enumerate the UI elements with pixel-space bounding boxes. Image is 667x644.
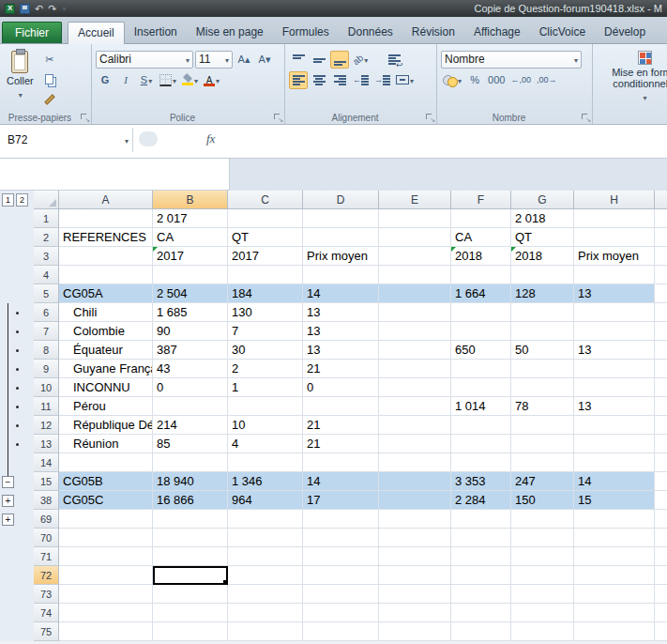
- cell-D14[interactable]: [303, 453, 379, 472]
- cell-G6[interactable]: [511, 303, 574, 322]
- cell-C38[interactable]: 964: [228, 491, 303, 510]
- cell-G14[interactable]: [511, 453, 574, 472]
- cell-D10[interactable]: 0: [303, 378, 379, 397]
- cell-A73[interactable]: [59, 585, 153, 604]
- cell-E5[interactable]: [379, 284, 451, 303]
- cell-B72[interactable]: [153, 566, 228, 585]
- cell-H12[interactable]: [574, 416, 655, 435]
- cell-C15[interactable]: 1 346: [228, 472, 303, 491]
- row-header-1[interactable]: 1: [34, 209, 59, 228]
- cell-C13[interactable]: 4: [228, 435, 303, 453]
- cell-H6[interactable]: [574, 303, 655, 322]
- cell-C1[interactable]: [228, 209, 303, 228]
- font-size-combo[interactable]: 11: [195, 51, 233, 69]
- save-button[interactable]: [20, 4, 30, 14]
- copy-button[interactable]: [40, 70, 59, 88]
- cell-C7[interactable]: 7: [228, 322, 303, 341]
- cell-D72[interactable]: [303, 566, 379, 585]
- tab-accueil[interactable]: Accueil: [68, 22, 125, 44]
- cell-E11[interactable]: [379, 397, 451, 416]
- redo-button[interactable]: ↷: [48, 1, 56, 16]
- cell-D5[interactable]: 14: [303, 284, 379, 303]
- cell-E13[interactable]: [379, 435, 451, 453]
- cell-G69[interactable]: [511, 510, 574, 529]
- cell-I3[interactable]: [655, 247, 667, 266]
- cell-D4[interactable]: [303, 266, 379, 284]
- cell-A11[interactable]: Pérou: [59, 397, 153, 416]
- paste-button[interactable]: Coller: [4, 49, 37, 109]
- cell-E73[interactable]: [379, 585, 451, 604]
- cell-B11[interactable]: [153, 397, 228, 416]
- cell-B8[interactable]: 387: [153, 341, 228, 360]
- cell-B70[interactable]: [153, 529, 228, 547]
- cell-G72[interactable]: [511, 566, 574, 585]
- cell-H7[interactable]: [574, 322, 655, 341]
- cell-F9[interactable]: [451, 360, 511, 378]
- dialog-launcher-icon[interactable]: [80, 113, 89, 122]
- row-header-38[interactable]: 38: [34, 491, 59, 510]
- row-header-72[interactable]: 72: [34, 566, 59, 585]
- column-header-F[interactable]: F: [451, 191, 511, 209]
- column-header-A[interactable]: A: [59, 191, 153, 209]
- cell-D13[interactable]: 21: [303, 435, 379, 453]
- cell-I14[interactable]: [655, 453, 667, 472]
- cell-F74[interactable]: [451, 604, 511, 622]
- cell-C70[interactable]: [228, 529, 303, 547]
- cell-C75[interactable]: [228, 622, 303, 641]
- cell-B71[interactable]: [153, 547, 228, 566]
- column-header-H[interactable]: H: [574, 191, 655, 209]
- cell-I10[interactable]: [655, 378, 667, 397]
- tab-developpeur[interactable]: Dévelop: [595, 22, 655, 43]
- cell-D3[interactable]: Prix moyen: [303, 247, 379, 266]
- cell-H8[interactable]: 13: [574, 341, 655, 360]
- row-header-70[interactable]: 70: [34, 529, 59, 547]
- cell-G71[interactable]: [511, 547, 574, 566]
- outline-level-2-button[interactable]: 2: [16, 193, 28, 207]
- outline-collapse-button[interactable]: −: [2, 476, 14, 488]
- cell-C14[interactable]: [228, 453, 303, 472]
- cell-D1[interactable]: [303, 209, 379, 228]
- cell-E8[interactable]: [379, 341, 451, 360]
- cell-A38[interactable]: CG05C: [59, 491, 153, 510]
- outline-expand-button[interactable]: +: [2, 514, 14, 526]
- cell-B15[interactable]: 18 940: [153, 472, 228, 491]
- cell-E38[interactable]: [379, 491, 451, 510]
- cell-D15[interactable]: 14: [303, 472, 379, 491]
- row-header-14[interactable]: 14: [34, 453, 59, 472]
- cell-E10[interactable]: [379, 378, 451, 397]
- cell-B69[interactable]: [153, 510, 228, 529]
- cell-E71[interactable]: [379, 547, 451, 566]
- borders-button[interactable]: [158, 71, 178, 89]
- cell-I13[interactable]: [655, 435, 667, 453]
- cell-I38[interactable]: [655, 491, 667, 510]
- cell-B38[interactable]: 16 866: [153, 491, 228, 510]
- file-tab[interactable]: Fichier: [2, 22, 62, 43]
- cell-D2[interactable]: [303, 228, 379, 247]
- cell-A1[interactable]: [59, 209, 153, 228]
- row-header-5[interactable]: 5: [34, 284, 59, 303]
- cell-I1[interactable]: [655, 209, 667, 228]
- cell-H3[interactable]: Prix moyen: [574, 247, 655, 266]
- cell-H14[interactable]: [574, 453, 655, 472]
- cell-H9[interactable]: [574, 360, 655, 378]
- cell-I75[interactable]: [655, 622, 667, 641]
- cell-I12[interactable]: [655, 416, 667, 435]
- cell-F7[interactable]: [451, 322, 511, 341]
- cell-D8[interactable]: 13: [303, 341, 379, 360]
- row-header-13[interactable]: 13: [34, 435, 59, 453]
- orientation-button[interactable]: ab: [351, 51, 370, 69]
- tab-insertion[interactable]: Insertion: [125, 22, 187, 43]
- cell-E1[interactable]: [379, 209, 451, 228]
- cell-H38[interactable]: 15: [574, 491, 655, 510]
- cell-C74[interactable]: [228, 604, 303, 622]
- cell-F72[interactable]: [451, 566, 511, 585]
- cell-E74[interactable]: [379, 604, 451, 622]
- cell-A72[interactable]: [59, 566, 153, 585]
- cell-G70[interactable]: [511, 529, 574, 547]
- shrink-font-button[interactable]: A▾: [255, 51, 274, 69]
- cell-E70[interactable]: [379, 529, 451, 547]
- cell-F2[interactable]: CA: [451, 228, 511, 247]
- column-header-G[interactable]: G: [511, 191, 574, 209]
- font-color-button[interactable]: [202, 71, 221, 89]
- cell-G12[interactable]: [511, 416, 574, 435]
